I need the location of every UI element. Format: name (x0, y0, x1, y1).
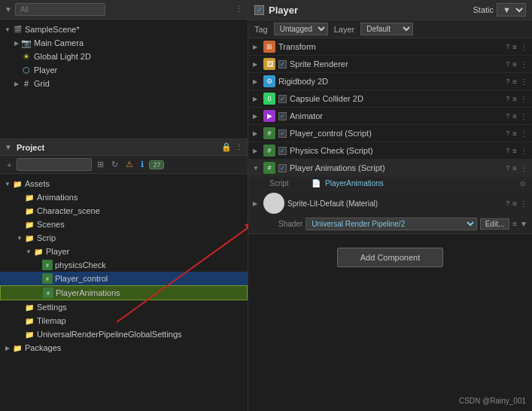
proj-scenes[interactable]: 📁 Scenes (0, 218, 248, 231)
packages-label: Packages (25, 343, 61, 352)
sprite-help[interactable]: ? (506, 60, 509, 68)
project-search-input[interactable] (17, 158, 92, 171)
animator-help[interactable]: ? (506, 112, 509, 120)
pa-script-name: Player Animations (Script) (290, 163, 501, 172)
collider-more[interactable]: ⋮ (520, 95, 527, 103)
project-menu-icon[interactable]: ⋮ (235, 142, 243, 152)
layer-dropdown[interactable]: Default (360, 23, 413, 35)
shader-overflow-icon[interactable]: ▼ (520, 220, 527, 228)
hierarchy-dropdown-icon[interactable]: ▼ (5, 5, 12, 14)
refresh-icon[interactable]: ↻ (109, 159, 120, 170)
pa-script-checkbox[interactable]: ✓ (278, 164, 287, 172)
player-active-checkbox[interactable]: ✓ (254, 5, 264, 15)
animator-checkbox[interactable]: ✓ (278, 112, 287, 120)
component-transform[interactable]: ▶ ⊞ Transform ? ≡ ⋮ (248, 38, 532, 56)
collider-checkbox[interactable]: ✓ (278, 95, 287, 103)
proj-character-scene[interactable]: 📁 Character_scene (0, 204, 248, 218)
scene-root-item[interactable]: ▼ 🎬 SampleScene* (0, 23, 248, 36)
rigidbody-help[interactable]: ? (506, 78, 509, 85)
phys-script-settings[interactable]: ≡ (512, 147, 517, 155)
transform-settings[interactable]: ≡ (512, 43, 517, 51)
proj-player-animations[interactable]: # PlayerAnimations (0, 285, 248, 300)
component-player-animations-script[interactable]: ▼ # ✓ Player Animations (Script) ? ≡ ⋮ (248, 160, 532, 177)
warning-icon[interactable]: ⚠ (123, 159, 135, 170)
project-dropdown-icon[interactable]: ▼ (5, 143, 12, 151)
phys-script-checkbox[interactable]: ✓ (278, 147, 287, 155)
pa-script-icon: # (263, 162, 275, 174)
material-settings[interactable]: ≡ (512, 199, 517, 208)
collider-settings[interactable]: ≡ (512, 95, 517, 103)
script-picker-icon[interactable]: ⊙ (520, 180, 526, 187)
animator-settings[interactable]: ≡ (512, 112, 517, 120)
collider-help[interactable]: ? (506, 95, 509, 102)
hierarchy-item-grid[interactable]: ▶ # Grid (0, 77, 248, 90)
shader-dropdown[interactable]: Universal Render Pipeline/2 (306, 218, 476, 230)
transform-help[interactable]: ? (506, 43, 509, 50)
filter-icon[interactable]: ⊞ (95, 159, 106, 170)
animations-label: Animations (37, 193, 78, 202)
animations-arrow (15, 193, 24, 202)
hierarchy-section: ▼ ⋮ ▼ 🎬 SampleScene* ▶ 📷 Main Camera ☀ (0, 0, 248, 139)
material-more[interactable]: ⋮ (520, 199, 527, 208)
pc-script-settings[interactable]: ≡ (512, 129, 517, 138)
pc-script-help[interactable]: ? (506, 129, 509, 137)
grid-icon: # (21, 78, 32, 89)
lock-icon[interactable]: 🔒 (221, 142, 232, 152)
pc-script-more[interactable]: ⋮ (520, 129, 527, 138)
rigidbody-more[interactable]: ⋮ (520, 78, 527, 86)
component-animator[interactable]: ▶ ▶ ✓ Animator ? ≡ ⋮ (248, 108, 532, 125)
proj-tilemap[interactable]: 📁 Tilemap (0, 314, 248, 327)
player-control-label: Player_control (55, 274, 108, 283)
sprite-checkbox[interactable]: ✓ (278, 60, 287, 68)
component-capsule-collider[interactable]: ▶ 0 ✓ Capsule Collider 2D ? ≡ ⋮ (248, 90, 532, 108)
script-field-label: Script (269, 179, 307, 187)
hierarchy-search-input[interactable] (15, 3, 105, 16)
add-button[interactable]: + (5, 160, 14, 170)
shader-edit-button[interactable]: Edit... (480, 218, 510, 230)
left-panel: ▼ ⋮ ▼ 🎬 SampleScene* ▶ 📷 Main Camera ☀ (0, 0, 248, 411)
pa-script-help[interactable]: ? (506, 164, 509, 172)
component-sprite-renderer[interactable]: ▶ 🖼 ✓ Sprite Renderer ? ≡ ⋮ (248, 56, 532, 73)
component-rigidbody[interactable]: ▶ ⚙ Rigidbody 2D ? ≡ ⋮ (248, 73, 532, 90)
material-name: Sprite-Lit-Default (Material) (287, 199, 378, 208)
sprite-more[interactable]: ⋮ (520, 60, 527, 68)
pc-script-checkbox[interactable]: ✓ (278, 129, 287, 138)
material-help[interactable]: ? (506, 199, 509, 207)
tag-dropdown[interactable]: Untagged (274, 23, 328, 35)
add-component-button[interactable]: Add Component (337, 248, 444, 267)
player-control-arrow (33, 274, 42, 283)
proj-player-control[interactable]: # Player_control (0, 272, 248, 285)
component-player-control-script[interactable]: ▶ # ✓ Player_control (Script) ? ≡ ⋮ (248, 125, 532, 142)
hierarchy-item-main-camera[interactable]: ▶ 📷 Main Camera (0, 36, 248, 50)
phys-script-more[interactable]: ⋮ (520, 147, 527, 155)
project-tree: ▼ 📁 Assets 📁 Animations 📁 Character_scen… (0, 174, 248, 411)
static-dropdown[interactable]: ▼ (497, 3, 526, 17)
pa-script-settings[interactable]: ≡ (512, 164, 517, 172)
info-icon[interactable]: ℹ (138, 159, 146, 170)
proj-physics-check[interactable]: # physicsCheck (0, 258, 248, 272)
pa-script-more[interactable]: ⋮ (520, 164, 527, 172)
hierarchy-item-global-light[interactable]: ☀ Global Light 2D (0, 50, 248, 63)
inspector-title-bar: ✓ Player Static ▼ (248, 0, 532, 20)
transform-name: Transform (278, 42, 501, 51)
component-physics-check-script[interactable]: ▶ # ✓ Physics Check (Script) ? ≡ ⋮ (248, 142, 532, 160)
proj-animations[interactable]: 📁 Animations (0, 190, 248, 204)
animator-more[interactable]: ⋮ (520, 112, 527, 120)
hierarchy-tree: ▼ 🎬 SampleScene* ▶ 📷 Main Camera ☀ Globa… (0, 20, 248, 139)
rigidbody-settings[interactable]: ≡ (512, 78, 517, 86)
material-section: ▶ Sprite-Lit-Default (Material) ? ≡ ⋮ Sh… (248, 190, 532, 234)
proj-urp[interactable]: 📁 UniversalRenderPipelineGlobalSettings (0, 327, 248, 341)
transform-more[interactable]: ⋮ (520, 43, 527, 51)
proj-scrip[interactable]: ▼ 📁 Scrip (0, 231, 248, 245)
phys-script-help[interactable]: ? (506, 147, 509, 154)
sprite-settings[interactable]: ≡ (512, 60, 517, 68)
proj-packages[interactable]: ▶ 📁 Packages (0, 341, 248, 355)
hierarchy-menu-icon[interactable]: ⋮ (235, 5, 243, 14)
shader-more-icon[interactable]: ≡ (512, 220, 517, 228)
proj-settings[interactable]: 📁 Settings (0, 300, 248, 314)
proj-player-folder[interactable]: ▼ 📁 Player (0, 245, 248, 258)
scenes-folder-icon: 📁 (24, 219, 35, 230)
collider-name: Capsule Collider 2D (290, 94, 501, 103)
proj-assets[interactable]: ▼ 📁 Assets (0, 177, 248, 190)
hierarchy-item-player[interactable]: ⬡ Player (0, 63, 248, 77)
